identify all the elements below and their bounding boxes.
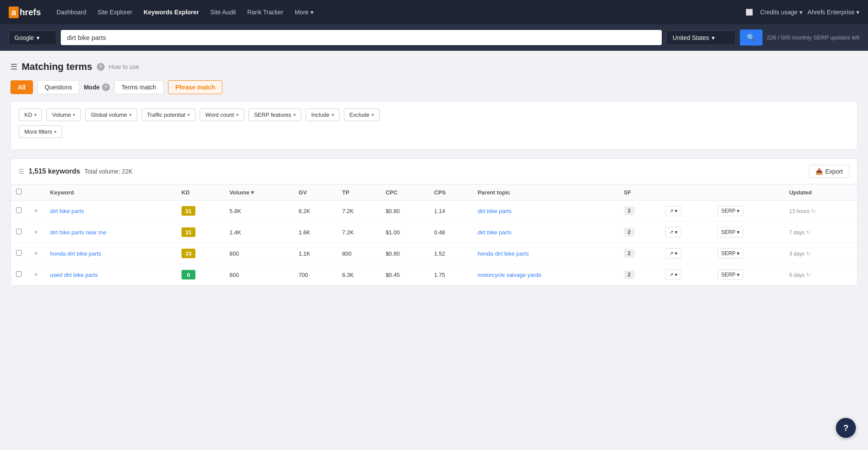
filter-serp-features[interactable]: SERP features ▾	[248, 108, 301, 121]
keyword-link[interactable]: dirt bike parts near me	[50, 229, 106, 236]
row-tp: 800	[337, 243, 380, 264]
engine-selector[interactable]: Google ▾	[9, 30, 56, 45]
more-filters-button[interactable]: More filters ▾	[19, 125, 62, 138]
keyword-link[interactable]: honda dirt bike parts	[50, 250, 101, 257]
trend-button[interactable]: ↗ ▾	[665, 227, 681, 237]
nav-keywords-explorer[interactable]: Keywords Explorer	[139, 5, 205, 19]
filter-kd[interactable]: KD ▾	[19, 108, 42, 121]
row-cps: 0.48	[429, 222, 472, 243]
serp-button[interactable]: SERP ▾	[717, 269, 743, 280]
tab-questions[interactable]: Questions	[37, 80, 79, 94]
filter-word-count[interactable]: Word count ▾	[200, 108, 244, 121]
row-parent-topic: dirt bike parts	[472, 222, 619, 243]
refresh-icon[interactable]: ↻	[806, 272, 811, 278]
row-checkbox	[11, 264, 27, 286]
select-all-checkbox[interactable]	[16, 189, 22, 194]
nav-rank-tracker[interactable]: Rank Tracker	[242, 5, 288, 19]
add-keyword-button[interactable]: +	[32, 228, 40, 236]
table-row: + dirt bike parts 31 5.8K 8.2K 7.2K $0.8…	[11, 200, 857, 222]
filter-volume[interactable]: Volume ▾	[46, 108, 81, 121]
refresh-icon[interactable]: ↻	[806, 250, 811, 257]
sf-badge: 3	[624, 207, 634, 215]
how-to-use-link[interactable]: How to use	[109, 63, 139, 70]
chevron-down-icon-country: ▾	[712, 34, 715, 41]
row-select-checkbox[interactable]	[16, 250, 22, 256]
sf-badge: 2	[624, 228, 634, 236]
chevron-down-icon-wc: ▾	[236, 112, 238, 117]
row-select-checkbox[interactable]	[16, 207, 22, 213]
add-keyword-button[interactable]: +	[32, 250, 40, 257]
enterprise-menu[interactable]: Ahrefs Enterprise ▾	[808, 9, 859, 16]
row-add: +	[27, 222, 45, 243]
row-tp: 7.2K	[337, 200, 380, 222]
row-select-checkbox[interactable]	[16, 229, 22, 234]
refresh-icon[interactable]: ↻	[806, 229, 811, 236]
updated-time: 13 hours	[789, 208, 809, 214]
nav-site-audit[interactable]: Site Audit	[205, 5, 241, 19]
header-gv: GV	[294, 184, 337, 200]
trend-button[interactable]: ↗ ▾	[665, 206, 681, 216]
chevron-down-icon-volume: ▾	[73, 112, 75, 117]
hamburger-results-icon[interactable]: ☰	[19, 168, 24, 175]
tab-all[interactable]: All	[10, 80, 33, 94]
parent-topic-link[interactable]: dirt bike parts	[478, 229, 512, 236]
nav-more[interactable]: More ▾	[290, 5, 319, 19]
row-serp-action: SERP ▾	[712, 200, 784, 222]
main-content: ☰ Matching terms ? How to use All Questi…	[0, 51, 868, 286]
serp-button[interactable]: SERP ▾	[717, 206, 743, 216]
parent-topic-link[interactable]: dirt bike parts	[478, 208, 512, 214]
filter-include[interactable]: Include ▾	[306, 108, 340, 121]
monitor-icon[interactable]: ⬜	[744, 7, 755, 17]
row-select-checkbox[interactable]	[16, 271, 22, 277]
filters-row: KD ▾ Volume ▾ Global volume ▾ Traffic po…	[19, 108, 849, 121]
refresh-icon[interactable]: ↻	[811, 208, 816, 214]
search-input[interactable]	[61, 30, 662, 45]
row-updated: 13 hours ↻	[784, 200, 857, 222]
keyword-link[interactable]: dirt bike parts	[50, 208, 84, 214]
serp-updates-info: 226 / 500 monthly SERP updates left	[767, 34, 859, 41]
nav-site-explorer[interactable]: Site Explorer	[92, 5, 138, 19]
row-cps: 1.75	[429, 264, 472, 286]
export-button[interactable]: 📥 Export	[809, 165, 849, 178]
tab-terms-match[interactable]: Terms match	[114, 80, 164, 94]
serp-button[interactable]: SERP ▾	[717, 227, 743, 237]
results-volume: Total volume: 22K	[84, 168, 132, 175]
header-actions2	[712, 184, 784, 200]
search-button[interactable]: 🔍	[740, 30, 762, 46]
filter-traffic-potential[interactable]: Traffic potential ▾	[142, 108, 195, 121]
header-volume[interactable]: Volume ▾	[224, 184, 294, 200]
logo[interactable]: a hrefs	[9, 7, 41, 18]
header-parent-topic: Parent topic	[472, 184, 619, 200]
menu-icon[interactable]: ☰	[10, 62, 17, 72]
chevron-down-icon-exclude: ▾	[372, 112, 374, 117]
trend-button[interactable]: ↗ ▾	[665, 248, 681, 259]
row-checkbox	[11, 243, 27, 264]
row-add: +	[27, 243, 45, 264]
trend-icon: ↗	[669, 272, 673, 278]
row-parent-topic: dirt bike parts	[472, 200, 619, 222]
filter-global-volume[interactable]: Global volume ▾	[85, 108, 137, 121]
parent-topic-link[interactable]: honda dirt bike parts	[478, 250, 529, 257]
nav-dashboard[interactable]: Dashboard	[51, 5, 92, 19]
row-updated: 7 days ↻	[784, 222, 857, 243]
credits-usage-button[interactable]: Credits usage ▾	[760, 9, 802, 16]
row-keyword: honda dirt bike parts	[45, 243, 176, 264]
row-kd: 31	[176, 222, 224, 243]
row-volume: 800	[224, 243, 294, 264]
serp-button[interactable]: SERP ▾	[717, 248, 743, 259]
help-icon[interactable]: ?	[97, 63, 105, 71]
row-volume: 1.4K	[224, 222, 294, 243]
parent-topic-link[interactable]: motorcycle salvage yards	[478, 272, 541, 278]
keyword-link[interactable]: used dirt bike parts	[50, 272, 98, 278]
add-keyword-button[interactable]: +	[32, 271, 40, 279]
tab-phrase-match[interactable]: Phrase match	[168, 80, 223, 94]
trend-button[interactable]: ↗ ▾	[665, 269, 681, 280]
country-selector[interactable]: United States ▾	[666, 30, 736, 45]
add-keyword-button[interactable]: +	[32, 207, 40, 215]
trend-icon: ↗	[669, 250, 673, 256]
mode-help-icon[interactable]: ?	[102, 83, 110, 91]
filter-exclude[interactable]: Exclude ▾	[344, 108, 380, 121]
row-serp-action: SERP ▾	[712, 243, 784, 264]
sf-badge: 2	[624, 270, 634, 279]
updated-time: 7 days	[789, 230, 804, 236]
